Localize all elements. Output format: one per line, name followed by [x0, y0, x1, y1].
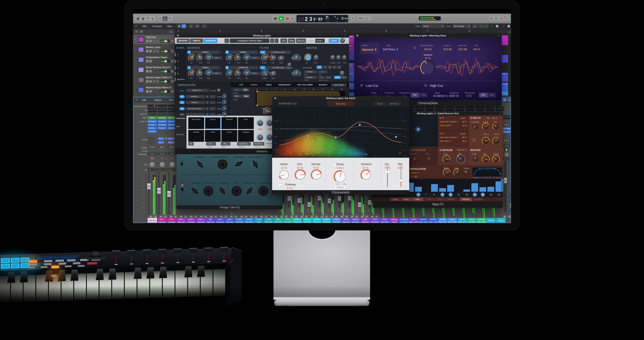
svg-text:1.8 s: 1.8 s [403, 128, 406, 130]
svg-text:20k: 20k [374, 155, 377, 157]
svg-text:0.7 s: 0.7 s [403, 149, 406, 151]
svg-text:0.4 s: 0.4 s [403, 155, 406, 157]
svg-text:DIP FREQ: DIP FREQ [220, 182, 228, 184]
svg-text:❋: ❋ [399, 152, 401, 154]
svg-text:1.4 s: 1.4 s [403, 136, 406, 138]
svg-text:3.6 s: 3.6 s [403, 120, 406, 122]
svg-text:HIGH PEAK: HIGH PEAK [260, 182, 270, 184]
svg-text:80%: 80% [274, 136, 278, 138]
svg-text:LOW FREQ: LOW FREQ [194, 156, 204, 158]
svg-text:60%: 60% [274, 142, 278, 144]
svg-text:PAD 13: PAD 13 [2, 256, 7, 258]
svg-text:LOW PEAK: LOW PEAK [205, 182, 215, 184]
svg-text:200%: 200% [274, 120, 278, 122]
svg-text:LOW FREQ: LOW FREQ [190, 182, 200, 184]
svg-text:HIGH BANDWIDTH: HIGH BANDWIDTH [212, 156, 228, 158]
svg-text:HIGH FREQ: HIGH FREQ [245, 182, 255, 184]
svg-text:DIP: DIP [235, 182, 238, 184]
svg-text:PAD 16: PAD 16 [22, 255, 27, 256]
svg-text:HIGH ATTEN SEL: HIGH ATTEN SEL [248, 156, 263, 158]
svg-text:100%: 100% [274, 128, 278, 130]
svg-text:20%: 20% [274, 155, 278, 157]
svg-text:HIGH FREQ: HIGH FREQ [234, 156, 244, 158]
svg-text:IN: IN [181, 181, 183, 183]
svg-text:1.1 s: 1.1 s [403, 142, 406, 144]
